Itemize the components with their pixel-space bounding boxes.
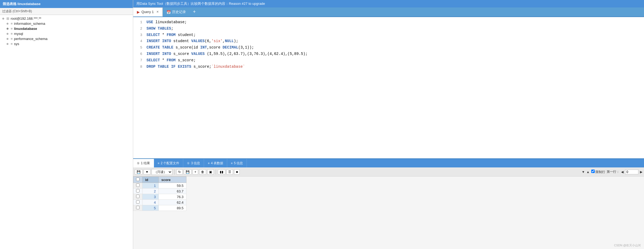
line-content[interactable]: SELECT * FROM s_score; — [146, 57, 196, 64]
select-all-checkbox[interactable] — [136, 178, 140, 181]
sidebar-tree-item[interactable]: ⊕⊞root@192.168.***.** — [0, 16, 133, 21]
filter-label: 过滤器 (Ctrl+Shift+B) — [2, 9, 32, 13]
sidebar-tree-item[interactable]: ⊕≡linuxdatabase — [0, 26, 133, 31]
sort-icon: ▲ — [586, 170, 590, 174]
first-row-label: 第一行： — [607, 170, 619, 174]
limit-row-label: 限制行 — [591, 170, 605, 174]
tab-bar: ▶ Query 1 ✕ 📅 历史记录 + — [133, 7, 644, 17]
expand-icon: ⊕ — [6, 32, 11, 35]
line-content[interactable]: INSERT INTO s_score VALUES (1,59.5),(2,6… — [146, 51, 308, 57]
banner-text: 用Data Sync Tool（数据同步工具）比较两个数据库的内容：Reason… — [136, 1, 265, 6]
limit-row-checkbox[interactable] — [591, 170, 595, 173]
toolbar-refresh-btn[interactable]: ↻ — [176, 169, 183, 175]
row-id: 5 — [142, 205, 159, 211]
row-score: 89.5 — [158, 205, 186, 211]
db-icon: ⊞ — [6, 17, 9, 21]
code-line: 1USE linuxdatabase; — [133, 19, 644, 26]
db-icon: ≡ — [11, 37, 13, 41]
line-content[interactable]: USE linuxdatabase; — [146, 19, 187, 26]
sidebar-tree-item[interactable]: ⊕≡information_schema — [0, 21, 133, 26]
sidebar-tree-item[interactable]: ⊕≡sys — [0, 41, 133, 46]
query-tab-label: Query 1 — [141, 10, 154, 14]
result-tab-3[interactable]: ①3 信息 — [183, 159, 204, 167]
row-checkbox-cell — [133, 183, 142, 188]
row-checkbox[interactable] — [136, 189, 140, 192]
line-content[interactable]: INSERT INTO student VALUES(6,'six',NULL)… — [146, 38, 238, 45]
result-tab-icon: ≡ — [231, 162, 233, 165]
toolbar-export-btn[interactable]: 💾 — [135, 169, 142, 175]
line-number: 4 — [133, 38, 146, 44]
table-row[interactable]: 2 63.7 — [133, 188, 186, 194]
toolbar-save-btn[interactable]: 💾 — [184, 169, 191, 175]
results-table-wrap[interactable]: id score 1 59.5 2 63.7 3 76.3 4 62.4 5 8… — [133, 176, 644, 249]
filter-icon: ▼ — [582, 170, 585, 174]
sidebar-tree: ⊕⊞root@192.168.***.**⊕≡information_schem… — [0, 15, 133, 249]
expand-icon: ⊕ — [6, 37, 11, 40]
results-toolbar: 💾 ▼ （只读） ↻ 💾 + 🗑 ▣ ▮▮ ☰ ■ ▼ ▲ 限制行 第一行 — [133, 167, 644, 176]
table-row[interactable]: 3 76.3 — [133, 194, 186, 200]
line-number: 8 — [133, 64, 146, 70]
toolbar-text-btn[interactable]: ■ — [234, 169, 240, 175]
row-checkbox[interactable] — [136, 206, 140, 209]
line-content[interactable]: SHOW TABLES; — [146, 26, 173, 32]
toolbar-add-btn[interactable]: + — [193, 169, 198, 175]
tree-item-label: root@192.168.***.** — [11, 17, 41, 21]
table-row[interactable]: 5 89.5 — [133, 205, 186, 211]
code-line: 8DROP TABLE IF EXISTS s_score;`linuxdata… — [133, 64, 644, 70]
toolbar-list-btn[interactable]: ☰ — [226, 169, 233, 175]
toolbar-grid-btn[interactable]: ▮▮ — [218, 169, 225, 175]
db-icon: ≡ — [11, 27, 13, 31]
table-row[interactable]: 4 62.4 — [133, 200, 186, 205]
result-tab-2[interactable]: ≡2 个配置文件 — [154, 159, 183, 167]
row-checkbox[interactable] — [136, 183, 140, 187]
first-row-input[interactable] — [625, 170, 638, 174]
sidebar-filter-bar: 过滤器 (Ctrl+Shift+B) — [0, 8, 133, 15]
row-id: 4 — [142, 200, 159, 205]
row-score: 63.7 — [158, 188, 186, 194]
toolbar-right: ▼ ▲ 限制行 第一行： ◀ ▶ — [582, 170, 642, 174]
db-icon: ≡ — [11, 32, 13, 36]
sidebar-tree-item[interactable]: ⊕≡performance_schema — [0, 36, 133, 41]
row-checkbox[interactable] — [136, 195, 140, 198]
tree-item-label: sys — [14, 42, 19, 46]
results-tab-bar: ①1 结果≡2 个配置文件①3 信息≡4 表数据≡5 信息 — [133, 159, 644, 167]
line-content[interactable]: SELECT * FROM student; — [146, 32, 196, 38]
row-id: 3 — [142, 194, 159, 200]
sidebar-tree-item[interactable]: ⊕≡mysql — [0, 31, 133, 36]
tab-history[interactable]: 📅 历史记录 — [163, 7, 190, 17]
sidebar-header: 筛选表格 linuxdatabase — [0, 0, 133, 8]
table-row[interactable]: 1 59.5 — [133, 183, 186, 188]
result-tab-5[interactable]: ≡5 信息 — [227, 159, 247, 167]
line-number: 1 — [133, 19, 146, 25]
toolbar-delete-btn[interactable]: 🗑 — [199, 169, 206, 175]
sidebar: 筛选表格 linuxdatabase 过滤器 (Ctrl+Shift+B) ⊕⊞… — [0, 0, 133, 249]
tree-item-label: information_schema — [14, 22, 45, 26]
tab-add-button[interactable]: + — [190, 7, 199, 17]
result-tab-label: 3 信息 — [191, 161, 200, 166]
nav-prev-icon[interactable]: ◀ — [621, 170, 623, 174]
row-score: 59.5 — [158, 183, 186, 188]
result-tab-icon: ① — [187, 162, 190, 165]
col-checkbox — [133, 177, 142, 183]
result-tab-1[interactable]: ①1 结果 — [133, 159, 154, 167]
tree-item-label: linuxdatabase — [14, 27, 37, 31]
tab-query1[interactable]: ▶ Query 1 ✕ — [133, 7, 163, 17]
top-banner: 用Data Sync Tool（数据同步工具）比较两个数据库的内容：Reason… — [133, 0, 644, 7]
row-checkbox[interactable] — [136, 200, 140, 204]
line-content[interactable]: CREATE TABLE s_score(id INT,score DECIMA… — [146, 45, 254, 51]
readonly-select[interactable]: （只读） — [152, 169, 172, 175]
editor-area[interactable]: 1USE linuxdatabase;2SHOW TABLES;3SELECT … — [133, 17, 644, 158]
toolbar-settings-btn[interactable]: ▼ — [144, 169, 150, 175]
results-panel: ①1 结果≡2 个配置文件①3 信息≡4 表数据≡5 信息 💾 ▼ （只读） ↻… — [133, 158, 644, 249]
line-content[interactable]: DROP TABLE IF EXISTS s_score;`linuxdatab… — [146, 64, 245, 70]
result-tab-label: 5 信息 — [234, 161, 243, 166]
results-table: id score 1 59.5 2 63.7 3 76.3 4 62.4 5 8… — [133, 176, 186, 211]
result-tab-label: 4 表数据 — [211, 161, 223, 166]
expand-icon: ⊕ — [6, 27, 11, 30]
result-tab-4[interactable]: ≡4 表数据 — [204, 159, 227, 167]
expand-icon: ⊕ — [6, 22, 11, 25]
toolbar-copy-btn[interactable]: ▣ — [207, 169, 214, 175]
nav-next-icon[interactable]: ▶ — [640, 170, 642, 174]
line-number: 6 — [133, 51, 146, 57]
tab-close-icon[interactable]: ✕ — [156, 10, 159, 14]
